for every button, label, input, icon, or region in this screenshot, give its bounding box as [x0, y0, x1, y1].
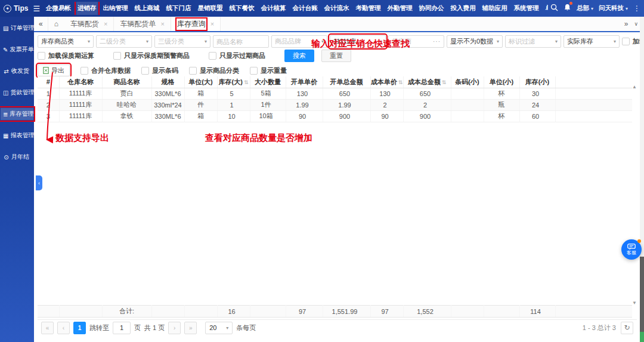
cell-order-price: 130	[286, 88, 323, 99]
nav-item[interactable]: 企微易帐	[45, 2, 72, 15]
close-tab-icon[interactable]: ×	[104, 20, 107, 27]
hamburger-menu-icon[interactable]: ☰	[33, 4, 40, 13]
total-cost-amount: 1,552	[403, 306, 451, 318]
show-category-checkbox[interactable]: 显示商品分类	[189, 66, 239, 75]
show-weight-checkbox[interactable]: 显示重量	[250, 66, 287, 75]
app-logo[interactable]: ✦ Tips	[4, 4, 28, 13]
sidebar: ▤ 订单管理 ✎ 发票开单 ⇄ 收发货 ◫ 货款管理 ≣ 库存管理 ▦ 报表管理…	[0, 17, 34, 342]
tab-vehicle-distribution[interactable]: 车辆配货 ×	[64, 17, 114, 31]
prev-page-button[interactable]: ‹	[57, 322, 70, 334]
checkbox[interactable]	[209, 52, 216, 60]
sidebar-item-orders[interactable]: ▤ 订单管理	[1, 22, 33, 34]
page-jump-input[interactable]	[113, 322, 131, 334]
org-selector[interactable]: 总部 ▾	[577, 4, 593, 13]
search-button[interactable]: 搜索	[284, 50, 314, 62]
total-cell	[451, 306, 484, 318]
table-toolbar: 导出 合并仓库数据 显示条码 显示商品分类 显示重量	[38, 64, 287, 76]
scroll-down-icon[interactable]: ▼	[632, 300, 637, 306]
cell-filler	[555, 88, 632, 99]
nav-item[interactable]: 辅助应用	[481, 2, 509, 15]
nav-item[interactable]: 星销联盟	[197, 2, 224, 15]
sidebar-item-closing[interactable]: ⊙ 月年结	[1, 151, 33, 163]
tab-vehicle-distribution-order[interactable]: 车辆配货单 ×	[114, 17, 171, 31]
sidebar-item-payment[interactable]: ◫ 货款管理	[1, 87, 33, 98]
collapse-tabs-icon[interactable]: «	[34, 17, 48, 31]
nav-item-jinxiaocun[interactable]: 进销存	[76, 2, 98, 15]
table-row[interactable]: 2 11111库 哇哈哈 330ml*24 件 1 1件 1.99 1.99 2…	[38, 99, 632, 110]
nav-item[interactable]: 系统管理	[513, 2, 540, 15]
nav-item[interactable]: 线上商城	[134, 2, 161, 15]
tab-list-dropdown-icon[interactable]: ∨	[634, 21, 638, 27]
merge-warehouse-checkbox[interactable]: 合并仓库数据	[80, 66, 131, 75]
shelf-life-checkbox[interactable]: 加载保质期运算	[38, 51, 94, 60]
nav-item[interactable]: 出纳管理	[102, 2, 129, 15]
supplier-picker-icon[interactable]: ···	[433, 38, 441, 45]
nav-item[interactable]: 协同办公	[418, 2, 445, 15]
scroll-up-icon[interactable]: ▲	[632, 84, 637, 90]
table-row[interactable]: 1 11111库 贾白 330ML*6 箱 5 5箱 130 650 130 6…	[38, 88, 632, 99]
home-icon[interactable]: ⌂	[48, 20, 64, 28]
show-barcode-checkbox[interactable]: 显示条码	[141, 66, 178, 75]
page-size-select[interactable]: 20▾	[205, 322, 233, 334]
checkbox[interactable]	[113, 52, 121, 60]
first-page-button[interactable]: «	[41, 322, 54, 334]
product-name-input[interactable]	[213, 35, 269, 48]
nav-item[interactable]: 考勤管理	[355, 2, 382, 15]
nav-item[interactable]: 外勤管理	[386, 2, 414, 15]
nav-item[interactable]: 会计流水	[323, 2, 351, 15]
sort-icon[interactable]: ⇅	[442, 79, 447, 85]
nav-item[interactable]: 会计核算	[260, 2, 287, 15]
level2-category-select[interactable]: 二级分类▾	[96, 35, 152, 48]
nav-item[interactable]: 会计台账	[292, 2, 319, 15]
nonzero-filter-select[interactable]: 显示不为0数据▾	[447, 35, 503, 48]
close-tab-icon[interactable]: ×	[160, 20, 164, 27]
close-tab-icon[interactable]: ×	[210, 20, 214, 27]
refresh-icon[interactable]: ↻	[621, 322, 633, 334]
current-page-button[interactable]: 1	[73, 322, 86, 334]
col-product: 商品名称	[102, 76, 151, 88]
expired-only-checkbox[interactable]: 只显示过期商品	[209, 51, 265, 60]
expand-tabs-icon[interactable]: »	[624, 20, 628, 28]
flag-filter-select[interactable]: 标识过滤▾	[505, 35, 561, 48]
stock-type-select[interactable]: 实际库存▾	[564, 35, 620, 48]
warning-only-checkbox[interactable]: 只显示保质期预警商品	[113, 51, 190, 60]
row-number[interactable]: 1	[38, 88, 59, 99]
tab-stock-query[interactable]: 库存查询 ×	[171, 17, 221, 31]
collapse-panel-handle[interactable]: ‹	[36, 175, 42, 190]
notifications-bell-icon[interactable]	[564, 3, 571, 14]
next-page-button[interactable]: ›	[168, 322, 181, 334]
sidebar-item-reports[interactable]: ▦ 报表管理	[1, 130, 33, 141]
sidebar-item-inventory[interactable]: ≣ 库存管理	[1, 108, 33, 120]
search-icon[interactable]	[550, 3, 558, 14]
reset-button[interactable]: 重置	[321, 50, 351, 62]
sort-icon[interactable]: ⇅	[244, 79, 249, 85]
checkbox[interactable]	[622, 38, 630, 45]
sidebar-item-shipping[interactable]: ⇄ 收发货	[1, 65, 33, 77]
scrollbar-thumb[interactable]	[640, 257, 644, 332]
col-index: #	[38, 76, 59, 88]
window-scrollbar[interactable]	[640, 17, 644, 342]
nav-item[interactable]: 单据中心	[544, 2, 549, 15]
total-cell	[184, 306, 217, 318]
table-row[interactable]: 3 11111库 拿铁 330ML*6 箱 10 10箱 90 900 90 9…	[38, 110, 632, 122]
category-select[interactable]: 库存商品类▾	[38, 35, 94, 48]
nav-item[interactable]: 投入费用	[450, 2, 477, 15]
sort-icon[interactable]: ⇅	[398, 79, 403, 85]
customer-service-button[interactable]: 客服	[621, 239, 642, 260]
cell-unit-large: 件	[184, 99, 217, 110]
company-selector[interactable]: 问天科技 ▾	[599, 4, 628, 13]
last-page-button[interactable]: »	[184, 322, 197, 334]
sidebar-item-invoice[interactable]: ✎ 发票开单	[1, 44, 33, 56]
col-order-price: 开单单价	[286, 76, 323, 88]
nav-item[interactable]: 线下餐饮	[228, 2, 256, 15]
checkbox[interactable]	[38, 52, 45, 60]
row-number[interactable]: 3	[38, 110, 59, 122]
level3-category-select[interactable]: 三级分类▾	[154, 35, 210, 48]
more-options-icon[interactable]: ⋮	[633, 4, 640, 13]
col-cost-price: 成本单价⇅	[370, 76, 403, 88]
export-button[interactable]: 导出	[38, 64, 70, 76]
total-cell	[38, 306, 59, 318]
table-header-row: # 仓库名称 商品名称 规格 单位(大) 库存(大)⇅ 大小数量 开单单价 开单…	[38, 76, 632, 88]
row-number[interactable]: 2	[38, 99, 59, 110]
nav-item[interactable]: 线下门店	[165, 2, 193, 15]
